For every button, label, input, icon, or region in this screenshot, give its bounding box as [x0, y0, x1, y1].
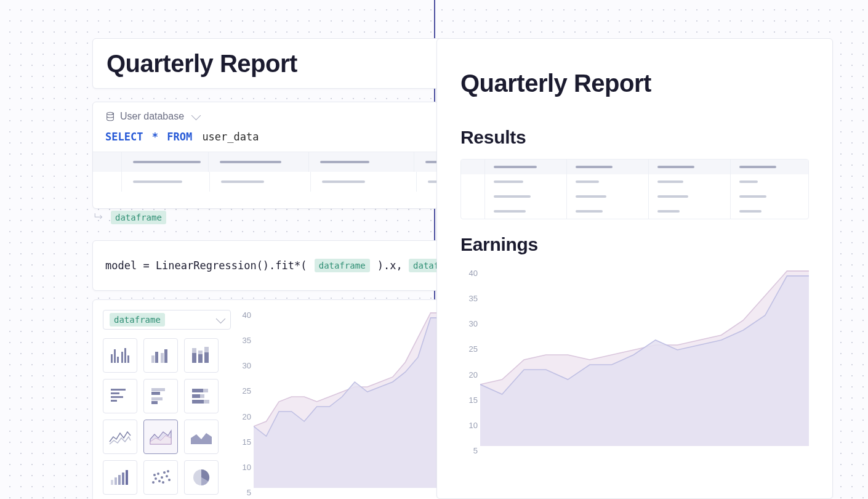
svg-point-44: [166, 475, 168, 477]
earnings-chart: 510152025303540: [460, 266, 809, 451]
svg-point-42: [163, 471, 166, 474]
svg-rect-21: [151, 388, 165, 391]
svg-rect-14: [198, 351, 203, 354]
svg-rect-30: [204, 400, 209, 404]
chart-type-hbar-stacked[interactable]: [184, 379, 219, 413]
dataframe-select[interactable]: dataframe: [103, 310, 231, 330]
chart-type-bar-grouped[interactable]: [143, 338, 178, 373]
chart-y-axis: 510152025303540: [460, 266, 478, 451]
output-variable-chip[interactable]: dataframe: [111, 211, 166, 224]
svg-rect-12: [192, 348, 196, 353]
svg-rect-28: [200, 394, 204, 398]
svg-rect-3: [117, 357, 119, 363]
area-chart-svg: [480, 269, 809, 446]
editor-pane: Quarterly Report User database SELECT * …: [0, 0, 434, 499]
svg-rect-24: [151, 401, 158, 404]
svg-point-36: [152, 481, 155, 484]
chevron-down-icon: [216, 314, 226, 323]
output-variable-indicator: dataframe: [92, 211, 166, 224]
chart-type-area[interactable]: [143, 420, 178, 454]
svg-point-37: [155, 477, 157, 480]
chart-type-pie[interactable]: [184, 460, 219, 495]
svg-point-39: [158, 480, 161, 482]
arrow-return-icon: [92, 212, 106, 223]
svg-rect-34: [122, 473, 124, 485]
chart-type-hbar-thin[interactable]: [103, 379, 137, 413]
svg-rect-26: [203, 389, 208, 392]
svg-rect-9: [161, 353, 164, 363]
svg-rect-10: [164, 349, 167, 363]
report-title: Quarterly Report: [460, 70, 809, 97]
svg-point-38: [153, 474, 156, 476]
svg-rect-6: [127, 355, 129, 363]
sql-editor[interactable]: SELECT * FROM user_data: [93, 124, 438, 152]
sql-block[interactable]: User database SELECT * FROM user_data: [92, 102, 438, 209]
chart-plot-area: [254, 310, 443, 488]
area-chart-svg: [254, 310, 443, 488]
title-block: Quarterly Report: [92, 38, 452, 89]
svg-rect-16: [204, 347, 209, 352]
svg-rect-2: [114, 349, 116, 363]
page-title: Quarterly Report: [106, 50, 297, 78]
svg-rect-32: [115, 477, 117, 485]
chart-type-bar-stacked[interactable]: [184, 338, 219, 373]
svg-rect-8: [155, 352, 158, 363]
preview-pane: Quarterly Report Results Earnings 510152…: [435, 0, 868, 499]
svg-rect-18: [111, 392, 119, 394]
svg-rect-33: [118, 475, 121, 485]
svg-point-40: [157, 473, 159, 475]
earnings-heading: Earnings: [460, 234, 809, 255]
svg-rect-23: [151, 397, 163, 400]
database-source-selector[interactable]: User database: [93, 102, 438, 124]
chart-plot-area: [480, 269, 809, 446]
chart-type-scatter[interactable]: [143, 460, 178, 495]
chart-y-axis: 510152025303540: [234, 308, 251, 493]
svg-point-41: [161, 476, 163, 479]
chart-preview: 510152025303540: [234, 308, 443, 493]
rendered-report: Quarterly Report Results Earnings 510152…: [436, 38, 833, 499]
results-table: [460, 159, 809, 219]
database-icon: [105, 112, 115, 121]
svg-rect-1: [111, 354, 113, 363]
result-table-preview: [93, 152, 438, 192]
chevron-down-icon: [191, 110, 201, 120]
svg-rect-7: [151, 355, 155, 363]
chart-type-area-solid[interactable]: [184, 420, 219, 454]
chart-type-line-multi[interactable]: [103, 420, 137, 454]
svg-rect-20: [111, 400, 117, 402]
results-heading: Results: [460, 127, 809, 148]
database-source-label: User database: [120, 111, 184, 122]
svg-point-43: [162, 481, 164, 484]
svg-rect-35: [126, 470, 128, 485]
svg-rect-19: [111, 396, 123, 398]
svg-point-46: [168, 479, 171, 481]
svg-point-45: [167, 470, 169, 473]
svg-rect-22: [151, 392, 160, 395]
chart-type-bar-thin[interactable]: [103, 338, 137, 373]
chart-type-hbar-grouped[interactable]: [143, 379, 178, 413]
svg-rect-5: [124, 348, 126, 363]
svg-rect-31: [111, 480, 113, 485]
svg-rect-17: [111, 389, 126, 391]
svg-rect-4: [121, 352, 123, 363]
chart-type-bar-gradient[interactable]: [103, 460, 137, 495]
code-block[interactable]: model = LinearRegression().fit*( datafra…: [92, 240, 451, 291]
